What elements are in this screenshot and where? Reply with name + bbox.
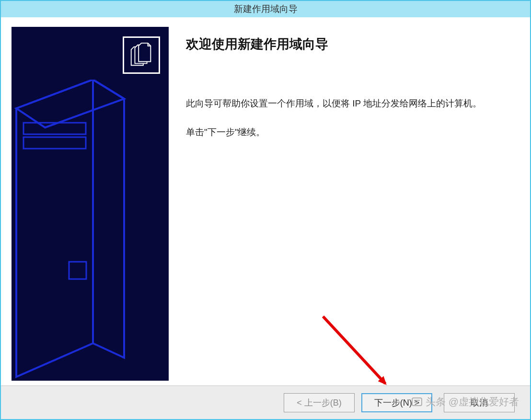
folders-icon [123,36,160,74]
wizard-window: 新建作用域向导 [0,0,531,420]
svg-marker-1 [93,80,124,358]
welcome-heading: 欢迎使用新建作用域向导 [186,35,505,53]
next-button[interactable]: 下一步(N) > [361,393,432,412]
description-line-2: 单击"下一步"继续。 [186,125,505,140]
title-bar: 新建作用域向导 [1,1,530,17]
svg-marker-2 [16,80,124,128]
svg-rect-4 [23,137,86,149]
wizard-body: 欢迎使用新建作用域向导 此向导可帮助你设置一个作用域，以便将 IP 地址分发给网… [1,17,530,385]
cancel-button[interactable]: 取消 [444,393,515,412]
server-outline-icon [12,80,131,381]
back-button[interactable]: < 上一步(B) [284,393,355,412]
description-line-1: 此向导可帮助你设置一个作用域，以便将 IP 地址分发给网络上的计算机。 [186,96,505,111]
svg-rect-5 [69,262,86,279]
content-area: 欢迎使用新建作用域向导 此向导可帮助你设置一个作用域，以便将 IP 地址分发给网… [169,27,519,381]
sidebar-graphic [12,27,169,381]
window-title: 新建作用域向导 [234,3,298,15]
button-bar: < 上一步(B) 下一步(N) > 取消 [1,385,530,419]
